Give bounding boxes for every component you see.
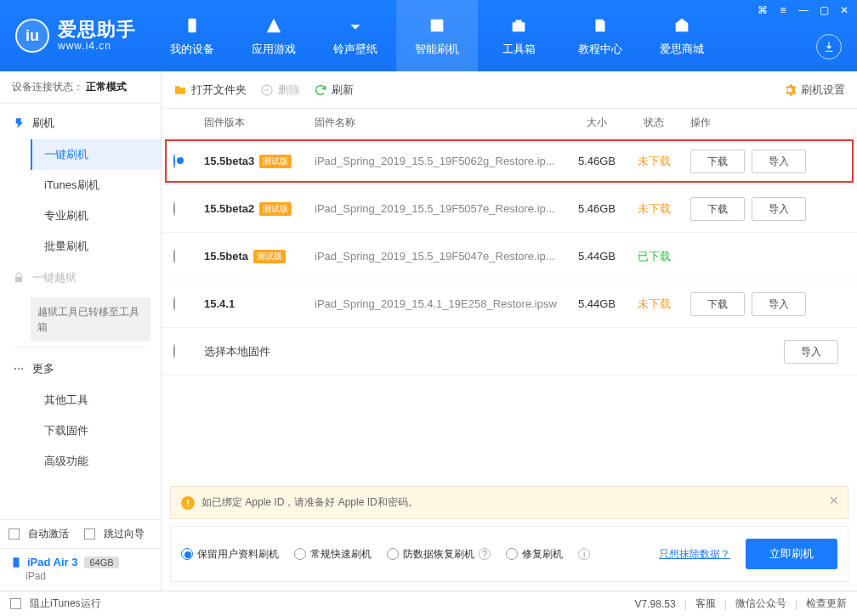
firmware-status: 已下载 (624, 249, 684, 264)
sidebar-item[interactable]: 批量刷机 (31, 231, 161, 262)
svg-rect-4 (14, 557, 20, 568)
open-folder-button[interactable]: 打开文件夹 (173, 82, 247, 98)
device-connect-status: 设备连接状态： 正常模式 (0, 71, 161, 104)
import-button[interactable]: 导入 (784, 340, 838, 364)
app-title: 爱思助手 www.i4.cn (58, 20, 136, 51)
flash-option[interactable]: 修复刷机 (506, 547, 563, 562)
flash-option-radio[interactable] (181, 548, 193, 560)
app-title-cn: 爱思助手 (58, 20, 136, 40)
firmware-radio[interactable] (173, 154, 175, 168)
refresh-label: 刷新 (332, 82, 354, 98)
firmware-row[interactable]: 选择本地固件导入 (162, 328, 857, 376)
sidebar-item[interactable]: 专业刷机 (31, 201, 161, 231)
download-button[interactable]: 下载 (690, 292, 745, 316)
flash-settings-label: 刷机设置 (801, 82, 845, 98)
flash-option-radio[interactable] (387, 548, 399, 560)
nav-icon (181, 14, 203, 37)
sidebar-item[interactable]: 其他工具 (31, 385, 161, 415)
top-nav-item[interactable]: 智能刷机 (396, 0, 478, 71)
footer-bar: 阻止iTunes运行 V7.98.53 | 客服 | 微信公众号 | 检查更新 (0, 591, 857, 616)
sidebar-group-more[interactable]: 更多 (0, 353, 161, 385)
firmware-radio[interactable] (173, 249, 175, 263)
flash-settings-button[interactable]: 刷机设置 (783, 82, 845, 98)
top-nav-item[interactable]: 教程中心 (559, 0, 641, 71)
more-icon (12, 362, 26, 376)
firmware-row[interactable]: 15.5beta2测试版iPad_Spring_2019_15.5_19F505… (162, 185, 857, 233)
erase-data-link[interactable]: 只想抹除数据？ (659, 547, 730, 562)
top-nav-item[interactable]: 工具箱 (478, 0, 559, 71)
flash-option[interactable]: 防数据恢复刷机 ? (387, 547, 491, 562)
winctrl-icon[interactable]: ⌘ (755, 3, 770, 17)
side-menu: 刷机 一键刷机iTunes刷机专业刷机批量刷机 一键越狱 越狱工具已转移至工具箱… (0, 104, 161, 519)
top-nav-item[interactable]: 我的设备 (151, 0, 233, 71)
nav-icon (263, 14, 285, 37)
flash-icon (12, 116, 26, 130)
flash-option[interactable]: 保留用户资料刷机 (181, 547, 279, 562)
check-update-link[interactable]: 检查更新 (806, 596, 847, 611)
firmware-row[interactable]: 15.5beta测试版iPad_Spring_2019_15.5_19F5047… (162, 233, 857, 280)
sidebar-item[interactable]: 一键刷机 (31, 139, 161, 170)
jailbreak-notice: 越狱工具已转移至工具箱 (31, 297, 150, 342)
top-nav-item[interactable]: 铃声壁纸 (315, 0, 396, 71)
maximize-icon[interactable]: ▢ (816, 3, 831, 17)
top-nav: 我的设备应用游戏铃声壁纸智能刷机工具箱教程中心爱思商城 (151, 0, 723, 71)
status-value: 正常模式 (86, 81, 127, 93)
firmware-row[interactable]: 15.4.1iPad_Spring_2019_15.4.1_19E258_Res… (162, 280, 857, 328)
alert-close-icon[interactable]: ✕ (829, 494, 839, 507)
refresh-button[interactable]: 刷新 (314, 82, 354, 98)
import-button[interactable]: 导入 (752, 197, 806, 221)
support-link[interactable]: 客服 (695, 596, 716, 611)
minimize-icon[interactable]: — (796, 3, 811, 17)
col-action: 操作 (684, 116, 845, 130)
sidebar-item[interactable]: iTunes刷机 (31, 170, 161, 201)
flash-option[interactable]: 常规快速刷机 (294, 547, 372, 562)
block-itunes-checkbox[interactable] (10, 598, 21, 609)
winctrl-icon[interactable]: ≡ (775, 3, 791, 17)
close-icon[interactable]: ✕ (837, 3, 852, 17)
flash-now-button[interactable]: 立即刷机 (746, 539, 837, 569)
sidebar-item[interactable]: 下载固件 (31, 415, 161, 446)
sidebar-group-flash[interactable]: 刷机 (0, 107, 161, 139)
firmware-radio[interactable] (173, 344, 175, 359)
firmware-actions: 下载导入 (684, 150, 845, 173)
skip-guide-checkbox[interactable] (84, 528, 95, 540)
firmware-status: 未下载 (624, 154, 684, 169)
import-button[interactable]: 导入 (752, 292, 806, 316)
help-icon[interactable]: ? (479, 548, 491, 560)
status-label: 设备连接状态： (12, 81, 83, 93)
firmware-radio[interactable] (173, 201, 175, 216)
firmware-actions: 下载导入 (684, 197, 845, 221)
nav-icon (344, 14, 366, 37)
help-icon[interactable]: i (578, 548, 590, 560)
flash-option-label: 保留用户资料刷机 (197, 547, 279, 562)
col-version: 固件版本 (204, 116, 315, 130)
device-info-panel[interactable]: iPad Air 3 64GB iPad (0, 548, 161, 591)
wechat-link[interactable]: 微信公众号 (735, 596, 786, 611)
delete-label: 删除 (278, 82, 300, 98)
device-type: iPad (10, 570, 150, 582)
download-button[interactable]: 下载 (690, 197, 745, 221)
download-button[interactable]: 下载 (690, 150, 745, 173)
flash-option-radio[interactable] (506, 548, 518, 560)
firmware-status: 未下载 (624, 201, 684, 217)
flash-option-radio[interactable] (294, 548, 306, 560)
sidebar-item[interactable]: 高级功能 (31, 446, 161, 477)
gear-icon (783, 83, 797, 97)
content-pane: 打开文件夹 删除 刷新 刷机设置 固件版本 固件名称 大小 状态 操作 15.5… (162, 71, 857, 591)
firmware-size: 5.46GB (570, 202, 624, 215)
auto-activate-checkbox[interactable] (9, 528, 20, 540)
firmware-actions: 下载导入 (684, 292, 845, 316)
top-nav-item[interactable]: 爱思商城 (641, 0, 723, 71)
firmware-row[interactable]: 15.5beta3测试版iPad_Spring_2019_15.5_19F506… (162, 138, 857, 185)
alert-text: 如已绑定 Apple ID，请准备好 Apple ID和密码。 (201, 495, 418, 510)
logo-area: iu 爱思助手 www.i4.cn (0, 0, 151, 71)
firmware-radio[interactable] (173, 297, 175, 311)
window-controls: ⌘ ≡ — ▢ ✕ (755, 3, 852, 17)
footer-sep: | (795, 598, 797, 610)
firmware-filename: iPad_Spring_2019_15.4.1_19E258_Restore.i… (315, 297, 570, 310)
col-status: 状态 (624, 116, 684, 130)
import-button[interactable]: 导入 (752, 150, 806, 173)
download-indicator[interactable] (816, 34, 842, 59)
top-nav-item[interactable]: 应用游戏 (233, 0, 315, 71)
delete-button: 删除 (260, 82, 300, 98)
